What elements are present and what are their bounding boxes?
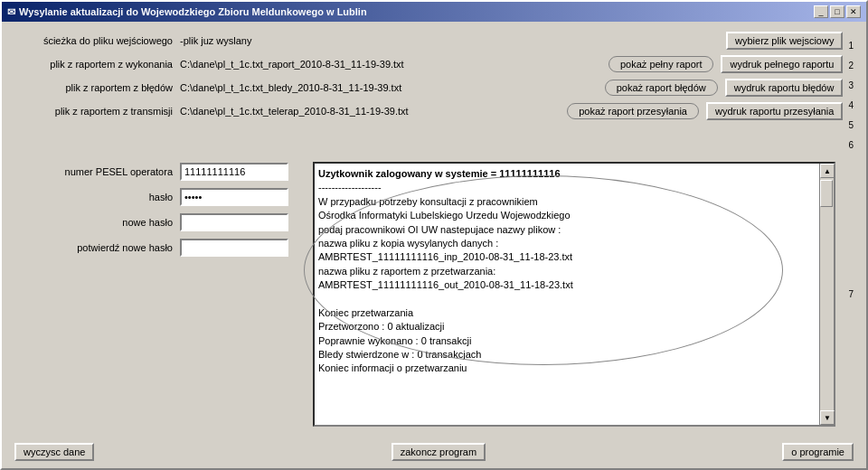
report-label: plik z raportem z wykonania <box>14 59 173 70</box>
path-value: -plik juz wyslany <box>180 35 719 46</box>
clear-data-button[interactable]: wyczysc dane <box>14 443 94 461</box>
print-error-report-button[interactable]: wydruk raportu błędów <box>725 79 844 97</box>
middle-section: numer PESEL operatora hasło nowe hasło p… <box>14 162 854 427</box>
log-line-3: W przypadku potrzeby konsultacji z praco… <box>318 195 816 209</box>
transmission-path: C:\dane\pl_t_1c.txt_telerap_2010-8-31_11… <box>180 106 560 117</box>
about-program-button[interactable]: o programie <box>782 443 854 461</box>
close-button[interactable]: ✕ <box>846 5 861 18</box>
password-input[interactable] <box>180 188 288 206</box>
password-label: hasło <box>14 192 173 202</box>
pesel-row: numer PESEL operatora <box>14 162 304 182</box>
log-line-14: Bledy stwierdzone w : 0 transakcjach <box>318 348 816 362</box>
log-line-13: Poprawnie wykonano : 0 transakcji <box>318 334 816 348</box>
log-line-1: Uzytkownik zalogowany w systemie = 11111… <box>318 167 816 181</box>
show-error-report-button[interactable]: pokaż raport błędów <box>605 80 718 96</box>
log-panel: Uzytkownik zalogowany w systemie = 11111… <box>313 162 835 427</box>
select-file-button[interactable]: wybierz plik wejsciowy <box>726 32 843 50</box>
pesel-label: numer PESEL operatora <box>14 166 173 177</box>
print-transmission-report-button[interactable]: wydruk raportu przesyłania <box>706 102 843 120</box>
log-line-2: ------------------- <box>318 181 816 194</box>
num-6: 6 <box>848 135 854 155</box>
log-line-7: AMBRTEST_11111111116_inp_2010-08-31_11-1… <box>318 250 816 264</box>
form-panel: numer PESEL operatora hasło nowe hasło p… <box>14 162 304 427</box>
num-5: 5 <box>848 115 854 135</box>
log-line-8: nazwa pliku z raportem z przetwarzania: <box>318 265 816 278</box>
log-line-10 <box>318 293 816 306</box>
footer: wyczysc dane zakoncz program o programie <box>2 436 866 468</box>
title-controls[interactable]: _ □ ✕ <box>814 5 861 18</box>
num-3: 3 <box>848 75 854 95</box>
print-full-report-button[interactable]: wydruk pełnego raportu <box>721 55 843 73</box>
log-line-5: podaj pracownikowi OI UW nastepujace naz… <box>318 223 816 237</box>
log-line-4: Ośrodka Informatyki Lubelskiego Urzedu W… <box>318 209 816 222</box>
scrollbar[interactable]: ▲ ▼ <box>819 164 834 425</box>
path-label: ścieżka do pliku wejściowego <box>14 35 173 46</box>
log-line-12: Przetworzono : 0 aktualizacji <box>318 320 816 334</box>
window-icon: ✉ <box>7 6 15 18</box>
end-program-button[interactable]: zakoncz program <box>392 443 486 461</box>
path-row: ścieżka do pliku wejściowego -plik juz w… <box>14 31 843 51</box>
minimize-button[interactable]: _ <box>814 5 828 18</box>
pesel-input[interactable] <box>180 163 288 181</box>
transmission-row: plik z raportem z transmisji C:\dane\pl_… <box>14 101 843 121</box>
num-1: 1 <box>848 35 854 55</box>
transmission-label: plik z raportem z transmisji <box>14 106 173 117</box>
errors-row: plik z raportem z błędów C:\dane\pl_t_1c… <box>14 78 843 98</box>
confirm-password-input[interactable] <box>180 239 288 257</box>
maximize-button[interactable]: □ <box>830 5 844 18</box>
title-bar: ✉ Wysylanie aktualizacji do Wojewodzkieg… <box>2 2 866 22</box>
new-password-input[interactable] <box>180 213 288 231</box>
scrollbar-track[interactable] <box>820 178 834 410</box>
num-7: 7 <box>848 289 854 299</box>
main-window: ✉ Wysylanie aktualizacji do Wojewodzkieg… <box>0 0 868 470</box>
new-password-label: nowe hasło <box>14 217 173 228</box>
errors-path: C:\dane\pl_t_1c.txt_bledy_2010-8-31_11-1… <box>180 82 598 93</box>
new-password-row: nowe hasło <box>14 212 304 232</box>
num-2: 2 <box>848 55 854 75</box>
scroll-down-button[interactable]: ▼ <box>820 410 835 425</box>
title-bar-left: ✉ Wysylanie aktualizacji do Wojewodzkieg… <box>7 6 367 18</box>
confirm-password-row: potwierdź nowe hasło <box>14 238 304 258</box>
scroll-up-button[interactable]: ▲ <box>820 164 835 178</box>
window-title: Wysylanie aktualizacji do Wojewodzkiego … <box>19 6 367 17</box>
report-path: C:\dane\pl_t_1c.txt_raport_2010-8-31_11-… <box>180 59 601 70</box>
confirm-password-label: potwierdź nowe hasło <box>14 242 173 253</box>
main-content: ścieżka do pliku wejściowego -plik juz w… <box>2 22 866 436</box>
errors-label: plik z raportem z błędów <box>14 82 173 93</box>
log-line-6: nazwa pliku z kopia wysylanych danych : <box>318 237 816 250</box>
scrollbar-thumb[interactable] <box>820 180 833 207</box>
log-line-15: Koniec informacji o przetwarzaniu <box>318 362 816 375</box>
password-row: hasło <box>14 187 304 207</box>
show-full-report-button[interactable]: pokaż pełny raport <box>609 56 714 72</box>
num-4: 4 <box>848 95 854 115</box>
number-markers: 1 2 3 4 5 6 <box>848 31 854 155</box>
log-line-11: Koniec przetwarzania <box>318 306 816 320</box>
num-7-container: 7 <box>844 162 854 427</box>
show-transmission-report-button[interactable]: pokaż raport przesyłania <box>567 103 699 119</box>
report-row: plik z raportem z wykonania C:\dane\pl_t… <box>14 54 843 74</box>
log-line-9: AMBRTEST_11111111116_out_2010-08-31_11-1… <box>318 278 816 292</box>
log-content: Uzytkownik zalogowany w systemie = 11111… <box>315 164 819 425</box>
